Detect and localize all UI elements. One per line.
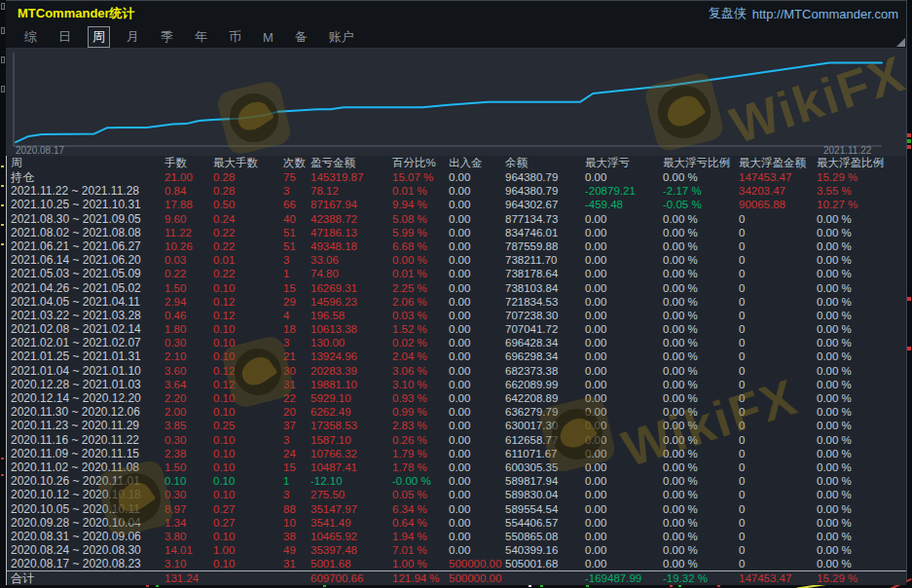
row-value: 738103.84: [505, 281, 585, 295]
row-value: -20879.21: [585, 184, 663, 198]
row-value: 31: [283, 557, 310, 570]
table-row[interactable]: 2020.11.09 ~ 2020.11.152.380.102410766.3…: [7, 447, 906, 460]
table-row[interactable]: 2021.05.03 ~ 2021.05.090.220.22174.800.0…: [7, 267, 906, 280]
menu-item-week[interactable]: 周: [88, 26, 110, 48]
row-value: 16269.31: [310, 281, 392, 295]
table-row[interactable]: 2020.10.05 ~ 2020.10.118.970.278835147.9…: [7, 502, 906, 516]
row-period: 2020.11.02 ~ 2020.11.08: [11, 460, 164, 474]
row-value: 6262.49: [310, 405, 392, 419]
table-row[interactable]: 2020.11.16 ~ 2020.11.220.300.1031587.100…: [7, 433, 906, 447]
table-row[interactable]: 2021.10.25 ~ 2021.10.3117.880.506687167.…: [7, 198, 906, 211]
table-row[interactable]: 2020.08.17 ~ 2020.08.233.100.10315001.68…: [7, 557, 906, 570]
row-value: 19881.10: [310, 378, 392, 391]
row-value: 0.00: [449, 391, 505, 405]
row-value: 696428.34: [505, 336, 585, 349]
table-row[interactable]: 2020.11.02 ~ 2020.11.081.500.101510487.4…: [7, 460, 906, 474]
table-row[interactable]: 2021.01.04 ~ 2021.01.103.600.123020283.3…: [7, 364, 906, 378]
row-value: 0.00: [585, 391, 663, 405]
row-value: 0.00: [585, 226, 663, 239]
table-row[interactable]: 2020.11.30 ~ 2020.12.062.000.10206262.49…: [7, 405, 906, 419]
equity-curve: [16, 63, 882, 143]
row-value: 0.46: [164, 309, 213, 322]
row-value: 15.07 %: [392, 170, 449, 184]
row-value: 0.10: [213, 281, 283, 295]
row-value: 0.00: [449, 281, 505, 295]
table-row[interactable]: 2021.03.22 ~ 2021.03.280.460.124196.580.…: [7, 309, 906, 322]
table-row[interactable]: 持仓21.000.2875145319.8715.07 %0.00964380.…: [7, 170, 906, 184]
menu-item-account[interactable]: 账户: [324, 26, 359, 48]
row-value: 0: [739, 239, 817, 253]
table-row[interactable]: 2021.08.30 ~ 2021.09.059.600.244042388.7…: [7, 212, 906, 226]
row-value: 0.10: [164, 474, 213, 488]
row-value: 10.27 %: [817, 198, 906, 211]
menu-item-summary[interactable]: 综: [19, 26, 42, 48]
table-row[interactable]: 2020.12.28 ~ 2021.01.033.640.123119881.1…: [7, 378, 906, 391]
menu-item-currency[interactable]: 币: [224, 26, 246, 48]
table-row[interactable]: 2020.12.14 ~ 2020.12.202.200.10225929.10…: [7, 391, 906, 405]
row-value: 612658.77: [505, 433, 585, 447]
table-row[interactable]: 2020.08.24 ~ 2020.08.3014.011.004935397.…: [7, 543, 906, 557]
row-value: 24: [283, 447, 310, 460]
resize-grip[interactable]: [896, 38, 905, 47]
row-value: 49348.18: [310, 239, 392, 253]
row-value: 0.01 %: [392, 184, 449, 198]
row-period: 2021.08.02 ~ 2021.08.08: [11, 226, 164, 239]
menu-item-m[interactable]: M: [258, 28, 278, 47]
row-value: 0.00: [585, 405, 663, 419]
menu-item-day[interactable]: 日: [54, 26, 76, 48]
row-value: 611071.67: [505, 447, 585, 460]
menu-item-month[interactable]: 月: [122, 26, 144, 48]
row-value: 0.00: [585, 267, 663, 280]
row-value: 0.26 %: [392, 433, 449, 447]
row-value: 0.28: [213, 170, 283, 184]
table-row[interactable]: 2021.04.05 ~ 2021.04.112.940.122914596.2…: [7, 295, 906, 309]
table-row[interactable]: 2021.11.22 ~ 2021.11.280.840.28378.120.0…: [7, 184, 906, 198]
website-link[interactable]: http://MTCommander.com: [752, 7, 898, 21]
row-value: 0: [739, 364, 817, 378]
row-value: 0.00 %: [817, 281, 906, 295]
table-row[interactable]: 2020.08.31 ~ 2020.09.063.800.103810465.9…: [7, 530, 906, 543]
table-row[interactable]: 2021.06.21 ~ 2021.06.2710.260.225149348.…: [7, 239, 906, 253]
row-value: 0: [739, 502, 817, 516]
table-row[interactable]: 2021.08.02 ~ 2021.08.0811.220.225147186.…: [7, 226, 906, 239]
menu-item-notes[interactable]: 备: [290, 26, 312, 48]
row-value: 0.00 %: [817, 239, 906, 253]
table-row[interactable]: 2021.04.26 ~ 2021.05.021.500.101516269.3…: [7, 281, 906, 295]
row-value: 0.00 %: [663, 433, 739, 447]
row-value: 0.00: [449, 212, 505, 226]
row-value: 14596.23: [310, 295, 392, 309]
row-value: 0.00: [585, 364, 663, 378]
row-value: 29: [283, 295, 310, 309]
row-value: 0.00 %: [817, 433, 906, 447]
table-row[interactable]: 2020.10.12 ~ 2020.10.180.300.103275.500.…: [7, 488, 906, 501]
row-value: 40: [283, 212, 310, 226]
row-value: 0.00: [585, 447, 663, 460]
table-row[interactable]: 2020.10.26 ~ 2020.11.010.100.101-12.10-0…: [7, 474, 906, 488]
row-value: 0.00 %: [817, 460, 906, 474]
row-value: 0.00 %: [663, 447, 739, 460]
row-value: 0.50: [213, 198, 283, 211]
menu-item-year[interactable]: 年: [190, 26, 212, 48]
row-period: 2021.04.05 ~ 2021.04.11: [11, 295, 164, 309]
row-value: 0: [739, 419, 817, 432]
row-period: 2021.02.01 ~ 2021.02.07: [11, 336, 164, 349]
row-value: 75: [283, 170, 310, 184]
table-row[interactable]: 2021.02.01 ~ 2021.02.070.300.103130.000.…: [7, 336, 906, 349]
table-row[interactable]: 2021.01.25 ~ 2021.01.312.100.102113924.9…: [7, 349, 906, 363]
table-row[interactable]: 2020.11.23 ~ 2020.11.293.850.253717358.5…: [7, 419, 906, 432]
row-value: 500000.00: [449, 557, 505, 570]
col-header-percent: 百分比%: [392, 156, 449, 170]
row-value: 51: [283, 226, 310, 239]
col-header-balance: 余额: [505, 156, 585, 170]
row-period: 2020.12.28 ~ 2021.01.03: [11, 378, 164, 391]
table-row[interactable]: 2021.02.08 ~ 2021.02.141.800.101810613.3…: [7, 322, 906, 336]
row-value: 2.83 %: [392, 419, 449, 432]
row-value: 275.50: [310, 488, 392, 501]
row-value: 0.22: [213, 226, 283, 239]
row-value: 0: [739, 226, 817, 239]
col-header-max-drawdown: 最大浮亏: [585, 156, 663, 170]
table-row[interactable]: 2021.06.14 ~ 2021.06.200.030.01333.060.0…: [7, 253, 906, 267]
menu-item-quarter[interactable]: 季: [156, 26, 178, 48]
row-value: 4: [283, 309, 310, 322]
table-row[interactable]: 2020.09.28 ~ 2020.10.041.340.27103541.49…: [7, 516, 906, 530]
